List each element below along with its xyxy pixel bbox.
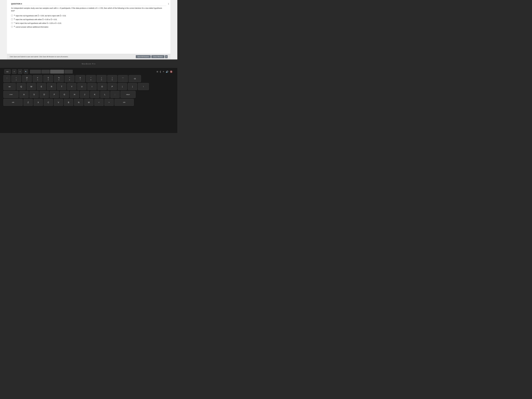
key-9[interactable]: (9 xyxy=(97,75,107,82)
option-d-text: d. cannot answer without additional info… xyxy=(14,26,48,28)
tilde-key[interactable]: ~ ` xyxy=(3,75,11,82)
key-3[interactable]: #3 xyxy=(32,75,43,82)
touchbar-segment-3[interactable] xyxy=(50,70,64,74)
quiz-area: QUESTION 4 1 An independent samples stud… xyxy=(0,0,177,60)
footer-buttons: Save All Answers Close Window S xyxy=(136,55,168,58)
key-f[interactable]: F xyxy=(50,91,59,98)
option-c: c. fail to reject the null hypothesis wi… xyxy=(11,22,166,24)
key-n[interactable]: N xyxy=(74,99,83,106)
option-a: a. reject the null hypothesis with α = 0… xyxy=(11,14,166,17)
top-function-row: esc < > 🔍 ⊞ ❮ ✳ 🔊 🔇 xyxy=(3,69,175,74)
key-a[interactable]: A xyxy=(19,91,29,98)
page-number: 1 xyxy=(168,3,169,5)
touchbar-icon-brightness[interactable]: ✳ xyxy=(163,70,164,73)
key-t[interactable]: T xyxy=(57,83,66,90)
key-x[interactable]: X xyxy=(33,99,43,106)
question-text: An independent samples study uses two sa… xyxy=(11,7,166,12)
key-q[interactable]: Q xyxy=(17,83,26,90)
arrow-left-key[interactable]: < xyxy=(12,69,17,74)
touchbar-segment-2[interactable] xyxy=(41,70,50,74)
macbook-label: MacBook Pro xyxy=(82,63,95,65)
backspace-key[interactable]: ⌫ xyxy=(129,75,141,82)
key-s[interactable]: S xyxy=(29,91,39,98)
option-b-text: b. reject the null hypothesis with eithe… xyxy=(14,18,57,20)
touchbar[interactable]: ⊞ ❮ ✳ 🔊 🔇 xyxy=(29,69,173,74)
zxcv-row: shift Z X C V B N M < > shift xyxy=(3,99,175,106)
key-bracket-open[interactable]: [ xyxy=(118,83,127,90)
option-a-radio[interactable] xyxy=(11,15,13,17)
key-8[interactable]: *8 xyxy=(86,75,96,82)
key-u[interactable]: U xyxy=(77,83,87,90)
enter-key[interactable]: return xyxy=(120,91,136,98)
key-bracket-close[interactable]: ] xyxy=(128,83,137,90)
key-c[interactable]: C xyxy=(44,99,53,106)
footer-bar: Click Save and Submit to save and submit… xyxy=(7,54,171,59)
asdf-row-wrap: s lock A S D F G H J K L ; return xyxy=(3,91,175,98)
option-c-text: c. fail to reject the null hypothesis wi… xyxy=(14,22,61,24)
key-l[interactable]: L xyxy=(100,91,110,98)
key-d[interactable]: D xyxy=(39,91,49,98)
key-g[interactable]: G xyxy=(60,91,69,98)
key-2[interactable]: @2 xyxy=(22,75,32,82)
key-period[interactable]: > xyxy=(104,99,114,106)
touchbar-segment-4[interactable] xyxy=(64,70,73,74)
option-b: b. reject the null hypothesis with eithe… xyxy=(11,18,166,20)
save-all-button[interactable]: Save All Answers xyxy=(136,55,151,58)
key-6[interactable]: ^6 xyxy=(64,75,75,82)
option-b-radio[interactable] xyxy=(11,19,13,20)
touchbar-icon-chevron[interactable]: ❮ xyxy=(160,70,161,73)
touchbar-icon-volume[interactable]: 🔊 xyxy=(166,70,168,73)
key-e[interactable]: E xyxy=(37,83,46,90)
key-h[interactable]: H xyxy=(70,91,79,98)
key-b[interactable]: B xyxy=(64,99,73,106)
key-k[interactable]: K xyxy=(90,91,100,98)
option-d-radio[interactable] xyxy=(11,26,13,28)
key-0[interactable]: )0 xyxy=(107,75,117,82)
number-row: ~ ` !1 @2 #3 $4 %5 ^6 &7 *8 (9 )0 xyxy=(3,75,175,82)
key-p[interactable]: P xyxy=(108,83,117,90)
keyboard-area: esc < > 🔍 ⊞ ❮ ✳ 🔊 🔇 ~ ` !1 @ xyxy=(0,68,177,133)
quiz-content: QUESTION 4 1 An independent samples stud… xyxy=(7,0,171,59)
save-submit-button[interactable]: S xyxy=(165,55,168,58)
key-comma[interactable]: < xyxy=(94,99,104,106)
key-m[interactable]: M xyxy=(84,99,94,106)
key-y[interactable]: Y xyxy=(67,83,76,90)
key-r[interactable]: R xyxy=(47,83,56,90)
question-number: QUESTION 4 xyxy=(11,3,166,6)
key-semicolon[interactable]: ; xyxy=(110,91,120,98)
key-v[interactable]: V xyxy=(54,99,63,106)
close-window-button[interactable]: Close Window xyxy=(151,55,164,58)
option-c-radio[interactable] xyxy=(11,22,13,24)
option-d: d. cannot answer without additional info… xyxy=(11,26,166,28)
shift-right-key[interactable]: shift xyxy=(114,99,134,106)
arrow-right-key[interactable]: > xyxy=(18,69,22,74)
search-key[interactable]: 🔍 xyxy=(24,69,28,74)
key-minus[interactable]: —- xyxy=(118,75,128,82)
key-4[interactable]: $4 xyxy=(43,75,53,82)
footer-text: Click Save and Submit to save and submit… xyxy=(10,56,68,57)
key-5[interactable]: %5 xyxy=(54,75,64,82)
key-i[interactable]: I xyxy=(87,83,97,90)
key-1[interactable]: !1 xyxy=(11,75,21,82)
key-z[interactable]: Z xyxy=(23,99,33,106)
touchbar-icon-screen[interactable]: ⊞ xyxy=(157,70,158,73)
tab-key[interactable]: tab xyxy=(3,83,16,90)
macbook-label-area: MacBook Pro xyxy=(0,60,177,68)
key-o[interactable]: O xyxy=(97,83,107,90)
shift-left-key[interactable]: shift xyxy=(3,99,23,106)
qwerty-row: tab Q W E R T Y U I O P [ ] \ xyxy=(3,83,175,90)
key-j[interactable]: J xyxy=(80,91,89,98)
touchbar-icons: ⊞ ❮ ✳ 🔊 🔇 xyxy=(157,70,173,73)
caps-lock-key[interactable]: s lock xyxy=(3,91,19,98)
touchbar-segment-1[interactable] xyxy=(30,70,41,74)
esc-key[interactable]: esc xyxy=(4,69,11,74)
option-a-text: a. reject the null hypothesis with α = 0… xyxy=(14,14,66,17)
key-w[interactable]: W xyxy=(27,83,36,90)
key-backslash[interactable]: \ xyxy=(138,83,149,90)
key-7[interactable]: &7 xyxy=(75,75,85,82)
touchbar-icon-mute[interactable]: 🔇 xyxy=(170,70,173,73)
